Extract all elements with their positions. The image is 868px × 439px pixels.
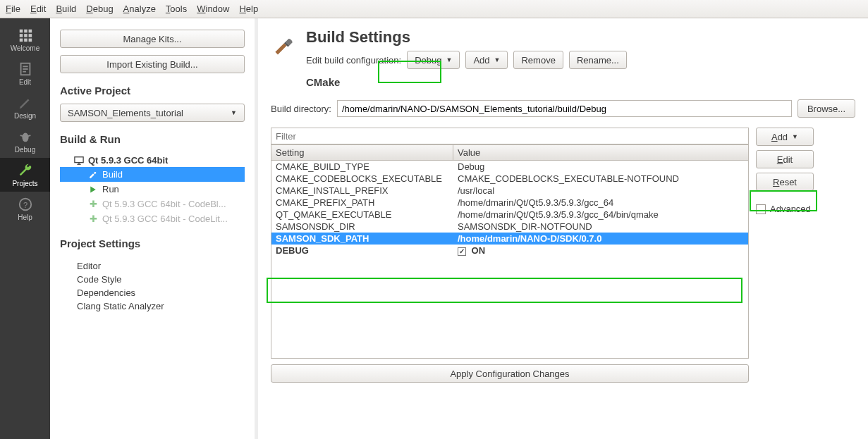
browse-button[interactable]: Browse... [797,99,855,118]
menu-debug[interactable]: Debug [86,4,113,14]
manage-kits-button[interactable]: Manage Kits... [60,30,245,48]
advanced-label: Advanced [770,204,811,214]
cell-value: SAMSONSDK_DIR-NOTFOUND [453,221,748,233]
add-config-button[interactable]: Add ▼ [465,51,508,69]
svg-rect-0 [19,29,23,32]
mode-label: Edit [19,78,31,86]
col-setting[interactable]: Setting [271,145,453,160]
grid-icon [18,27,33,43]
menu-window[interactable]: Window [197,4,229,14]
cell-setting: QT_QMAKE_EXECUTABLE [271,209,453,221]
table-row[interactable]: CMAKE_PREFIX_PATH/home/dmarin/Qt/Qt5.9.3… [271,197,748,209]
edit-cfg-label: Edit build configuration: [306,55,401,66]
bug-icon [18,129,33,144]
build-config-combo[interactable]: Debug ▼ [407,51,460,69]
svg-line-14 [20,135,23,136]
svg-line-15 [27,135,30,136]
cell-setting: SAMSON_SDK_PATH [271,233,453,245]
svg-rect-8 [28,38,32,42]
menu-analyze[interactable]: Analyze [123,4,156,14]
cell-setting: CMAKE_BUILD_TYPE [271,161,453,173]
chevron-down-icon: ▼ [792,133,798,140]
table-row[interactable]: CMAKE_BUILD_TYPEDebug [271,161,748,173]
cell-value: Debug [453,161,748,173]
cmake-table: Setting Value CMAKE_BUILD_TYPEDebugCMAKE… [271,144,749,359]
run-label: Run [102,184,119,194]
cell-setting: CMAKE_INSTALL_PREFIX [271,185,453,197]
ps-dependencies[interactable]: Dependencies [60,286,245,299]
apply-config-button[interactable]: Apply Configuration Changes [271,364,749,383]
chevron-down-icon: ▼ [446,56,452,63]
svg-text:?: ? [23,200,27,209]
mode-label: Welcome [11,44,40,52]
document-icon [18,61,33,77]
mode-debug[interactable]: Debug [0,124,50,158]
cell-value: CMAKE_CODEBLOCKS_EXECUTABLE-NOTFOUND [453,173,748,185]
cell-setting: DEBUG [271,245,453,256]
kit-codeblocks-node[interactable]: ✚ Qt 5.9.3 GCC 64bit - CodeBl... [60,197,245,211]
mode-bar: Welcome Edit Design Debug Projects ? Hel… [0,18,50,439]
table-row[interactable]: CMAKE_CODEBLOCKS_EXECUTABLECMAKE_CODEBLO… [271,173,748,185]
mode-design[interactable]: Design [0,90,50,124]
table-row[interactable]: SAMSONSDK_DIRSAMSONSDK_DIR-NOTFOUND [271,221,748,233]
run-node[interactable]: Run [60,182,245,197]
active-project-combo[interactable]: SAMSON_Elements_tutorial▼ [60,104,245,122]
ps-code-style[interactable]: Code Style [60,273,245,286]
cell-value: /home/dmarin/NANO-D/SDK/0.7.0 [453,233,748,245]
menu-edit[interactable]: Edit [30,4,46,14]
cmake-title: CMake [306,76,855,88]
advanced-checkbox[interactable] [756,204,766,214]
project-settings-title: Project Settings [60,237,245,249]
ps-clang-analyzer[interactable]: Clang Static Analyzer [60,299,245,313]
build-dir-input[interactable] [337,100,792,117]
cmake-edit-button[interactable]: Edit [756,150,814,168]
chevron-down-icon: ▼ [231,109,237,116]
monitor-icon [74,156,84,166]
mode-welcome[interactable]: Welcome [0,23,50,56]
chevron-down-icon: ▼ [494,56,501,63]
build-node[interactable]: Build [60,167,245,182]
mode-help[interactable]: ? Help [0,192,50,225]
svg-rect-4 [24,34,27,37]
hammer-icon [271,31,298,58]
kit-node[interactable]: Qt 5.9.3 GCC 64bit [60,154,245,167]
menu-file[interactable]: File [6,4,20,14]
mode-label: Debug [15,146,35,154]
svg-rect-2 [28,29,32,32]
wrench-icon [18,163,33,178]
active-project-value: SAMSON_Elements_tutorial [68,108,183,118]
rename-config-button[interactable]: Rename... [569,51,627,69]
menu-help[interactable]: Help [239,4,258,14]
menubar: File Edit Build Debug Analyze Tools Wind… [0,0,868,18]
mode-edit[interactable]: Edit [0,56,50,90]
svg-rect-1 [24,29,27,32]
kit-codelite-node[interactable]: ✚ Qt 5.9.3 GCC 64bit - CodeLit... [60,211,245,226]
project-settings-list: Editor Code Style Dependencies Clang Sta… [60,259,245,313]
mode-label: Design [14,112,36,120]
kit-cb-label: Qt 5.9.3 GCC 64bit - CodeBl... [102,199,226,209]
svg-point-13 [22,132,28,142]
build-config-value: Debug [415,55,441,66]
table-row[interactable]: DEBUG✓ ON [271,245,748,256]
table-row[interactable]: QT_QMAKE_EXECUTABLE/home/dmarin/Qt/Qt5.9… [271,209,748,221]
table-row[interactable]: CMAKE_INSTALL_PREFIX/usr/local [271,185,748,197]
table-row[interactable]: SAMSON_SDK_PATH/home/dmarin/NANO-D/SDK/0… [271,233,748,245]
cmake-add-button[interactable]: Add▼ [756,128,814,146]
build-dir-label: Build directory: [271,104,331,114]
main-panel: Build Settings Edit build configuration:… [258,18,868,439]
cell-setting: CMAKE_CODEBLOCKS_EXECUTABLE [271,173,453,185]
mode-projects[interactable]: Projects [0,158,50,192]
col-value[interactable]: Value [453,145,748,160]
build-run-title: Build & Run [60,133,245,145]
menu-build[interactable]: Build [56,4,76,14]
cell-value: /home/dmarin/Qt/Qt5.9.3/5.9.3/gcc_64 [453,197,748,209]
plus-icon: ✚ [88,214,98,224]
menu-tools[interactable]: Tools [166,4,187,14]
import-build-button[interactable]: Import Existing Build... [60,55,245,73]
ps-editor[interactable]: Editor [60,259,245,273]
build-label: Build [102,169,123,180]
cmake-reset-button[interactable]: Reset [756,173,814,191]
remove-config-button[interactable]: Remove [513,51,563,69]
filter-input[interactable] [271,128,749,144]
page-title: Build Settings [306,28,627,47]
